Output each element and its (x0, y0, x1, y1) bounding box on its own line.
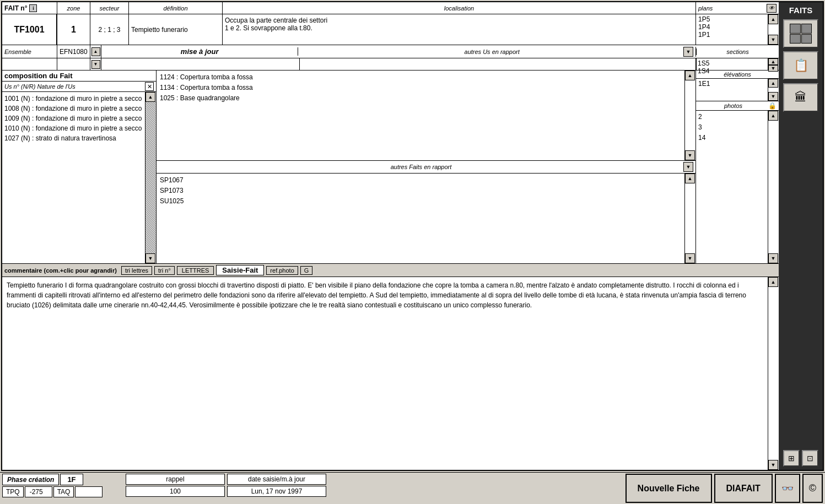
commentaire-down-btn[interactable]: ▼ (768, 460, 778, 470)
autres-faits-list: SP1067 SP1073 SU1025 (157, 174, 684, 263)
ref-photo-btn[interactable]: ref.photo (266, 266, 298, 275)
fait-number-value[interactable]: TF1001 (2, 14, 57, 45)
diafait-btn[interactable]: DIAFAIT (714, 474, 773, 503)
tri-lettres-btn[interactable]: tri lettres (121, 266, 152, 275)
sections-label: sections (699, 48, 777, 55)
sections-list: 1S5 1S4 (697, 58, 768, 70)
photos-label: photos (698, 102, 768, 109)
copyright-btn[interactable]: © (802, 474, 823, 503)
composition-subtitle: Us n° (N/R) Nature de l'Us (4, 83, 76, 90)
rappel-value[interactable]: 100 (126, 486, 225, 497)
localisation-header: localisation (223, 2, 696, 14)
commentaire-text: Tempietto funerario I di forma quadrango… (2, 277, 768, 470)
sections-up-btn[interactable]: ▲ (768, 58, 778, 65)
photos-down-btn[interactable]: ▼ (768, 253, 778, 263)
fait-number-header: FAIT n° i (2, 2, 57, 14)
taq-label: TAQ (53, 486, 74, 497)
zone-header: zone (57, 2, 90, 14)
mise-a-jour-btn[interactable]: mise à jour (101, 47, 298, 56)
autres-faits-btn[interactable]: ▼ (683, 162, 693, 172)
tpq-label: TPQ (2, 486, 24, 497)
phase-creation-label: Phase création (2, 474, 59, 485)
plans-area: 1P5 1P4 1P1 ▲ ▼ (696, 14, 779, 45)
sidebar-icon-grid[interactable] (783, 19, 818, 48)
autres-us-down-btn[interactable]: ▼ (685, 150, 695, 160)
taq-value[interactable] (75, 486, 103, 497)
autres-us-list: 1124 : Copertura tomba a fossa 1134 : Co… (157, 71, 684, 160)
plans-list: 1P5 1P4 1P1 (696, 14, 768, 45)
sidebar-icon-sheet[interactable]: 📋 (783, 51, 818, 80)
ensemble-up-btn[interactable]: ▲ (91, 47, 100, 56)
commentaire-up-btn[interactable]: ▲ (768, 277, 778, 287)
definition-header: définition (129, 2, 223, 14)
lock-icon: 🔒 (768, 102, 777, 110)
plans-view-icon[interactable]: 👁 (767, 4, 777, 13)
secteur-header: secteur (90, 2, 129, 14)
autres-faits-label: autres Faits en rapport (159, 164, 683, 170)
checkbox-x[interactable]: ✕ (145, 82, 154, 91)
date-value: Lun, 17 nov 1997 (227, 486, 326, 497)
g-btn[interactable]: G (300, 266, 313, 275)
localisation-value: Occupa la parte centrale dei settori1 e … (223, 14, 696, 45)
rappel-label: rappel (126, 474, 225, 485)
tpq-value[interactable]: -275 (25, 486, 52, 497)
commentaire-label: commentaire (com.+clic pour agrandir) (4, 267, 117, 274)
glasses-icon-btn[interactable]: 👓 (775, 474, 800, 503)
elevations-up-btn[interactable]: ▲ (768, 79, 778, 88)
sidebar-icon-building[interactable]: 🏛 (783, 83, 818, 112)
plans-down-btn[interactable]: ▼ (768, 35, 778, 45)
tri-no-btn[interactable]: tri n° (154, 266, 175, 275)
plans-header: plans 👁 (696, 2, 779, 14)
composition-scrollbar (145, 102, 156, 253)
secteur-value: 2 ; 1 ; 3 (90, 14, 128, 45)
right-sidebar: FAITS 📋 🏛 ⊞ ⊡ (779, 2, 823, 470)
photos-list: 2 3 14 (696, 111, 768, 263)
ensemble-value[interactable]: EFN1080 (57, 45, 90, 58)
faits-sidebar-label: FAITS (789, 6, 813, 15)
saisie-fait-btn[interactable]: Saisie-Fait (216, 265, 264, 275)
footer: Phase création 1F TPQ -275 TAQ (0, 472, 825, 504)
composition-down-btn[interactable]: ▼ (145, 253, 155, 263)
elevations-list: 1E1 (696, 79, 768, 101)
elevations-down-btn[interactable]: ▼ (768, 92, 778, 101)
lettres-btn[interactable]: LETTRES (177, 266, 214, 275)
sidebar-icon-table[interactable]: ⊡ (802, 450, 818, 467)
autres-us-up-btn[interactable]: ▲ (685, 71, 695, 80)
ensemble-label: Ensemble (4, 48, 31, 55)
autres-us-btn[interactable]: ▼ (683, 47, 693, 57)
photos-up-btn[interactable]: ▲ (768, 111, 778, 121)
elevations-header: élévations (696, 71, 779, 79)
phase-value[interactable]: 1F (60, 474, 83, 485)
plans-up-btn[interactable]: ▲ (768, 14, 778, 24)
info-icon[interactable]: i (29, 4, 37, 12)
autres-faits-up-btn[interactable]: ▲ (685, 174, 695, 183)
ensemble-down-btn[interactable]: ▼ (91, 60, 100, 69)
composition-list: 1001 (N) : fondazione di muro in pietre … (2, 92, 145, 263)
nouvelle-fiche-btn[interactable]: Nouvelle Fiche (626, 474, 712, 503)
autres-faits-down-btn[interactable]: ▼ (685, 253, 695, 263)
sidebar-icon-list[interactable]: ⊞ (783, 450, 800, 467)
date-label: date saisie/m.à jour (227, 474, 326, 485)
definition-value: Tempietto funerario (129, 14, 222, 45)
composition-up-btn[interactable]: ▲ (145, 92, 155, 102)
autres-us-label: autres Us en rapport (300, 48, 683, 55)
zone-value[interactable]: 1 (57, 14, 90, 45)
composition-title: composition du Fait (2, 71, 156, 82)
